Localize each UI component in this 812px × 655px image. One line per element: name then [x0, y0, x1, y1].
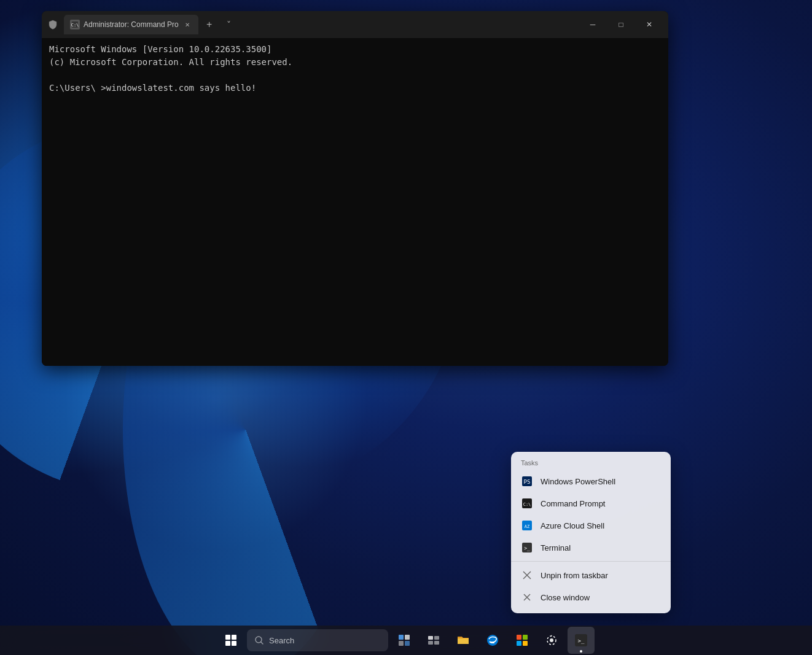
- new-tab-button[interactable]: +: [201, 16, 218, 33]
- minimize-button[interactable]: ─: [579, 15, 607, 34]
- svg-text:>_: >_: [524, 546, 530, 551]
- start-button[interactable]: [217, 627, 244, 654]
- widgets-button[interactable]: [391, 627, 418, 654]
- task-view-icon: [427, 634, 440, 647]
- store-icon: [515, 634, 529, 647]
- terminal-titlebar: C:\ Administrator: Command Pro ✕ + ˅ ─ □…: [42, 11, 668, 38]
- powershell-icon: PS: [521, 475, 533, 487]
- window-controls: ─ □ ✕: [579, 15, 663, 34]
- azure-label: Azure Cloud Shell: [541, 521, 604, 530]
- svg-rect-17: [405, 635, 410, 640]
- azure-icon: AZ: [521, 519, 533, 532]
- cmd-label: Command Prompt: [541, 499, 605, 508]
- svg-rect-18: [399, 641, 404, 646]
- cmd-icon: C:\: [521, 497, 533, 510]
- svg-rect-28: [523, 641, 528, 646]
- search-bar[interactable]: Search: [247, 629, 388, 651]
- context-menu: Tasks PS Windows PowerShell C:\ Command …: [511, 452, 671, 613]
- svg-rect-19: [405, 641, 410, 646]
- search-text: Search: [269, 636, 294, 645]
- file-explorer-icon: [456, 634, 470, 647]
- shield-icon: [47, 18, 59, 31]
- terminal-window: C:\ Administrator: Command Pro ✕ + ˅ ─ □…: [42, 11, 668, 366]
- svg-text:>_: >_: [578, 638, 585, 644]
- maximize-button[interactable]: □: [607, 15, 635, 34]
- context-menu-item-terminal[interactable]: >_ Terminal: [511, 537, 671, 559]
- terminal-line-1: Microsoft Windows [Version 10.0.22635.35…: [49, 43, 661, 56]
- terminal-tab[interactable]: C:\ Administrator: Command Pro ✕: [64, 15, 198, 34]
- svg-text:PS: PS: [524, 479, 531, 485]
- terminal-taskbar-button[interactable]: >_: [568, 627, 595, 654]
- svg-rect-27: [517, 641, 521, 646]
- unpin-icon: [521, 569, 533, 581]
- svg-rect-23: [434, 641, 439, 645]
- context-menu-section-label: Tasks: [511, 457, 671, 470]
- svg-line-15: [261, 642, 263, 644]
- terminal-body[interactable]: Microsoft Windows [Version 10.0.22635.35…: [42, 38, 668, 366]
- context-menu-item-unpin[interactable]: Unpin from taskbar: [511, 564, 671, 586]
- close-window-label: Close window: [541, 593, 590, 602]
- task-view-button[interactable]: [420, 627, 447, 654]
- terminal-tab-icon: C:\: [70, 20, 80, 29]
- terminal-label: Terminal: [541, 543, 571, 552]
- file-explorer-button[interactable]: [450, 627, 477, 654]
- terminal-line-2: (c) Microsoft Corporation. All rights re…: [49, 56, 661, 69]
- unpin-label: Unpin from taskbar: [541, 571, 608, 580]
- svg-text:C:\: C:\: [523, 502, 531, 507]
- svg-rect-26: [523, 635, 528, 640]
- context-menu-item-cmd[interactable]: C:\ Command Prompt: [511, 492, 671, 514]
- terminal-tab-area: C:\ Administrator: Command Pro ✕ + ˅: [47, 15, 579, 34]
- terminal-icon: >_: [521, 541, 533, 554]
- taskbar: Search: [0, 626, 812, 655]
- terminal-tab-close-button[interactable]: ✕: [182, 20, 192, 29]
- taskbar-center: Search: [217, 627, 595, 654]
- widgets-icon: [397, 634, 411, 647]
- svg-rect-21: [434, 636, 439, 640]
- terminal-taskbar-icon: >_: [574, 634, 588, 647]
- settings-button[interactable]: [538, 627, 565, 654]
- context-menu-divider: [511, 561, 671, 562]
- svg-rect-20: [428, 636, 433, 640]
- context-menu-item-azure[interactable]: AZ Azure Cloud Shell: [511, 514, 671, 537]
- edge-icon: [486, 634, 499, 647]
- window-close-button[interactable]: ✕: [635, 15, 663, 34]
- svg-rect-25: [517, 635, 521, 640]
- context-menu-item-powershell[interactable]: PS Windows PowerShell: [511, 470, 671, 492]
- terminal-line-3: C:\Users\ >windowslatest.com says hello!: [49, 82, 661, 95]
- svg-text:AZ: AZ: [525, 524, 529, 529]
- search-icon: [254, 635, 264, 645]
- close-window-icon: [521, 591, 533, 603]
- edge-button[interactable]: [479, 627, 506, 654]
- powershell-label: Windows PowerShell: [541, 477, 615, 486]
- svg-rect-22: [428, 641, 433, 645]
- context-menu-item-close[interactable]: Close window: [511, 586, 671, 608]
- terminal-tab-label: Administrator: Command Pro: [84, 20, 179, 29]
- svg-text:C:\: C:\: [71, 23, 79, 28]
- desktop: C:\ Administrator: Command Pro ✕ + ˅ ─ □…: [0, 0, 812, 655]
- store-button[interactable]: [509, 627, 536, 654]
- active-indicator: [580, 650, 582, 653]
- start-icon: [225, 635, 236, 646]
- settings-icon: [545, 634, 558, 647]
- svg-rect-16: [399, 635, 404, 640]
- svg-point-29: [550, 638, 553, 642]
- tab-dropdown-button[interactable]: ˅: [221, 16, 238, 33]
